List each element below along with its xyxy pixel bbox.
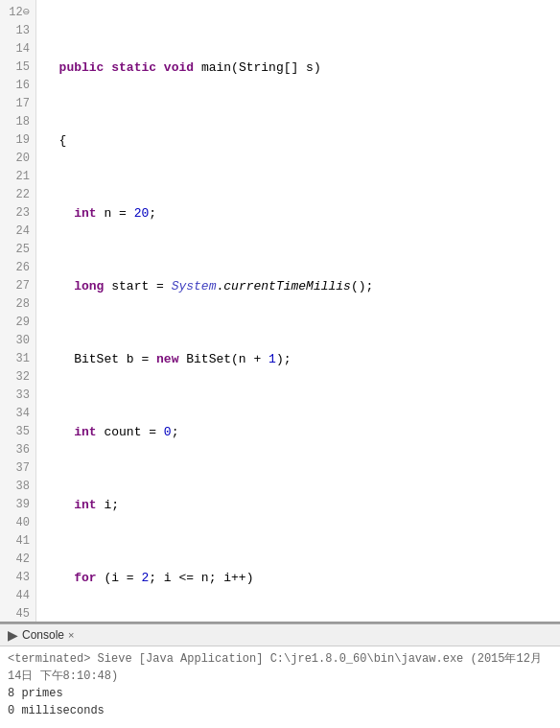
horizontal-scrollbar[interactable] <box>0 622 560 623</box>
console-output-line2: 0 milliseconds <box>8 702 552 719</box>
line-16: BitSet b = new BitSet(n + 1); <box>44 350 552 368</box>
line-15: long start = System.currentTimeMillis(); <box>44 277 552 295</box>
console-icon: ▶ <box>8 627 18 643</box>
console-terminated-text: <terminated> Sieve [Java Application] C:… <box>8 650 552 685</box>
console-header: ▶ Console × <box>0 624 560 646</box>
console-body: <terminated> Sieve [Java Application] C:… <box>0 646 560 723</box>
line-17: int count = 0; <box>44 423 552 441</box>
line-numbers: 12⊖ 13 14 15 16 17 18 19 20 21 22 23 24 … <box>0 0 36 622</box>
line-19: for (i = 2; i <= n; i++) <box>44 569 552 587</box>
console-close-button[interactable]: × <box>68 629 74 641</box>
console-tab-label[interactable]: Console <box>22 628 64 642</box>
line-18: int i; <box>44 496 552 514</box>
code-editor: 12⊖ 13 14 15 16 17 18 19 20 21 22 23 24 … <box>0 0 560 623</box>
code-content[interactable]: public static void main(String[] s) { in… <box>36 0 560 622</box>
console-output-line1: 8 primes <box>8 685 552 702</box>
line-14: int n = 20; <box>44 204 552 223</box>
line-13: { <box>44 131 552 150</box>
line-12: public static void main(String[] s) <box>44 59 552 77</box>
console-panel: ▶ Console × <terminated> Sieve [Java App… <box>0 623 560 728</box>
